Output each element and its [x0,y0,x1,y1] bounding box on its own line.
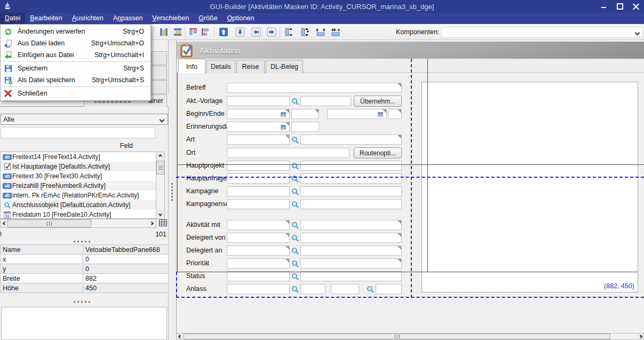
search-icon[interactable] [291,259,299,268]
menu-item-als-datei-speichern[interactable]: Als Datei speichern Strg+Umschalt+S [1,74,150,86]
table-row[interactable]: y0 [1,264,169,274]
calendar-icon[interactable]: 31 [281,123,289,131]
scroll-up-button[interactable] [156,152,164,160]
search-icon[interactable] [291,174,299,183]
anlass2-input[interactable] [331,284,359,294]
designer-horizontal-scrollbar[interactable] [176,333,644,340]
ende-time-input[interactable] [388,109,402,119]
align-columns-button[interactable] [157,26,170,38]
search-icon[interactable] [291,220,299,230]
menu-item-aenderungen-verwerfen[interactable]: Änderungen verwerfen Strg+O [1,26,150,37]
tab-details[interactable]: Details [206,60,235,73]
scrollbar-thumb[interactable] [156,161,164,175]
list-item[interactable]: Ist Hauptanlage [DefaultIs.Activity] [1,162,156,171]
search-icon[interactable] [291,246,299,255]
palette-button-partial[interactable] [152,66,167,80]
search-icon[interactable] [291,135,299,144]
guide-line-vertical [411,59,412,298]
field-list-vertical-scrollbar[interactable] [156,152,165,219]
uebernehmen-button[interactable]: Übernehm... [354,96,402,107]
table-row[interactable]: x0 [1,255,169,264]
list-item[interactable]: ab intern, Pk rEmAc [RelationPKrEmAc.Act… [1,191,156,200]
hauptprojekt-text[interactable] [300,161,402,171]
menu-anpassen[interactable]: Anpassen [108,13,148,24]
list-item[interactable]: 31 Freidatum 10 [FreeDate10.Activity] [1,210,156,219]
table-row[interactable]: NameVetoableTabbedPane668 [1,245,169,255]
scroll-right-button[interactable] [148,219,156,227]
text-field-icon: ab [2,173,12,179]
delegiert-von-input[interactable] [227,233,290,243]
menu-datei[interactable]: Datei [0,13,25,24]
search-icon[interactable] [291,200,299,209]
palette-button-partial[interactable] [152,80,167,94]
table-row[interactable]: Höhe450 [1,283,169,293]
calendar-icon[interactable]: 31 [281,110,289,118]
ort-input[interactable] [227,148,349,158]
kampagne-text[interactable] [300,186,402,196]
table-row[interactable]: Breite882 [1,274,169,283]
list-item[interactable]: ab Freizahl8 [FreeNumber8.Activity] [1,181,156,191]
tab-dl-beleg[interactable]: DL-Beleg [266,60,303,73]
scrollbar-thumb[interactable] [7,219,91,227]
delegiert-an-text[interactable] [300,246,402,256]
scrollbar-thumb[interactable] [184,334,610,339]
anlass-text[interactable] [300,284,325,294]
field-list-horizontal-scrollbar[interactable] [0,219,156,228]
status-input[interactable] [227,271,290,281]
tab-reise[interactable]: Reise [236,60,265,73]
scroll-right-button[interactable] [637,334,643,339]
hauptanfrage-text[interactable] [300,173,402,184]
text-field-icon: ab [2,183,12,189]
anlass-input[interactable] [227,284,290,294]
routenoptimierung-button[interactable]: Routenopti... [354,147,402,159]
field-search-input[interactable] [1,127,155,138]
aktivitaet-mit-text[interactable] [300,220,402,230]
palette-button-partial[interactable] [152,51,167,65]
menu-item-speichern[interactable]: Speichern Strg+S [1,62,150,74]
list-item[interactable]: ab Freitext14 [FreeText14.Activity] [1,152,156,162]
search-icon[interactable] [291,272,299,281]
field-filter-combobox[interactable]: Alle [1,114,168,125]
search-icon[interactable] [291,284,299,294]
aktivitaet-mit-input[interactable] [227,220,290,230]
delegiert-an-input[interactable] [227,246,290,256]
horizontal-splitter-handle[interactable] [74,301,90,303]
prioritaet-input[interactable] [227,258,290,268]
vertical-splitter-handle[interactable] [171,183,173,201]
art-input[interactable] [227,135,290,145]
akt-vorlage-input[interactable] [227,96,290,106]
hauptprojekt-input[interactable] [227,161,290,171]
anlass2-text[interactable] [376,284,402,294]
menu-bearbeiten[interactable]: Bearbeiten [25,13,67,24]
kampagne-input[interactable] [227,186,290,196]
scroll-left-button[interactable] [177,334,183,339]
hauptanfrage-input[interactable] [227,173,290,184]
kampagnenschritt-input[interactable] [227,199,290,209]
art-text[interactable] [300,135,402,145]
prioritaet-text[interactable] [300,258,402,268]
menu-item-einfuegen-aus-datei[interactable]: Einfügen aus Datei Strg+Umschalt+I [1,49,150,61]
kampagnenschritt-text[interactable] [300,199,402,209]
betreff-input[interactable] [227,83,402,93]
search-icon[interactable] [291,161,299,170]
beginn-time-input[interactable] [291,109,319,119]
list-item[interactable]: ab Freitext 30 [FreeText30.Activity] [1,171,156,181]
table-view-button[interactable] [158,218,168,228]
status-text[interactable] [300,271,402,281]
erinnerung-time-input[interactable] [291,122,319,132]
menu-item-aus-datei-laden[interactable]: Aus Datei laden Strg+Umschalt+O [1,37,150,49]
horizontal-splitter-handle[interactable] [74,241,90,242]
search-icon[interactable] [366,284,374,294]
akt-vorlage-text[interactable] [300,96,351,106]
delegiert-von-text[interactable] [300,233,402,243]
search-icon[interactable] [291,233,299,242]
menu-item-schliessen[interactable]: Schließen [1,88,150,99]
menu-ausrichten[interactable]: Ausrichten [67,13,108,24]
list-item[interactable]: Anschlussobjekt [DefaultLocation.Activit… [1,200,156,210]
vertical-splitter[interactable] [169,40,176,340]
calendar-icon[interactable]: 31 [378,110,386,118]
scroll-down-button[interactable] [156,210,164,218]
tab-info[interactable]: Info [178,59,205,73]
search-icon[interactable] [291,97,299,106]
search-icon[interactable] [291,187,299,196]
